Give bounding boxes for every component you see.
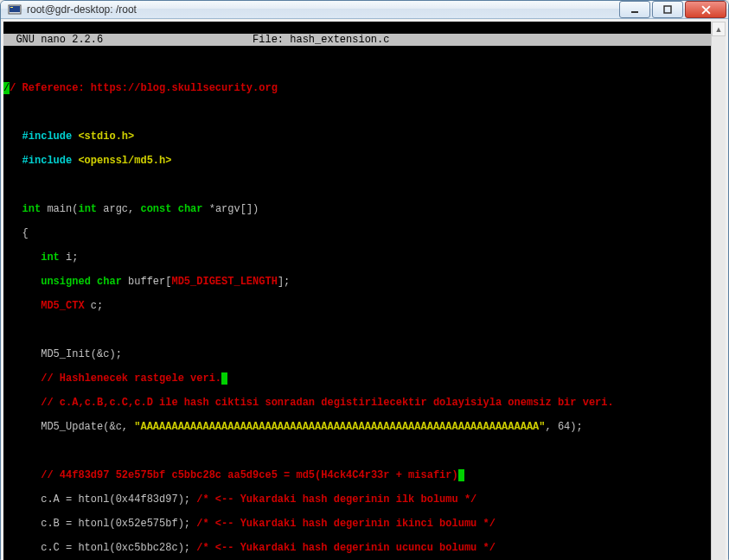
code-line: MD5_Init(&c); [3,348,711,360]
code-line: // Hashlenecek rastgele veri. [3,372,711,385]
code-line: #include <openssl/md5.h> [3,155,711,167]
titlebar[interactable]: root@gdr-desktop: /root [1,1,728,19]
blank [3,58,711,70]
minimize-button[interactable] [619,1,650,18]
blank [3,179,711,191]
putty-icon [8,3,22,16]
scroll-up-icon[interactable]: ▲ [712,22,726,36]
window-controls [617,1,726,18]
code-line: int i; [3,251,711,264]
code-line: #include <stdio.h> [3,130,711,143]
blank [3,324,711,336]
putty-window: root@gdr-desktop: /root GNU nano 2.2.6 F… [0,0,729,560]
svg-rect-4 [664,6,671,13]
code-line: // Reference: https://blog.skullsecurity… [3,82,711,94]
close-button[interactable] [685,1,726,18]
code-line: unsigned char buffer[MD5_DIGEST_LENGTH]; [3,276,711,288]
code-line: MD5_Update(&c, "AAAAAAAAAAAAAAAAAAAAAAAA… [3,421,711,433]
maximize-button[interactable] [652,1,683,18]
code-line: c.A = htonl(0x44f83d97); /* <-- Yukardak… [3,493,711,506]
code-line: { [3,227,711,239]
window-title: root@gdr-desktop: /root [27,3,617,16]
nano-header-line: GNU nano 2.2.6 File: hash_extension.c [3,34,711,46]
vertical-scrollbar[interactable]: ▲ ▼ [711,22,726,560]
code-line: c.C = htonl(0xc5bbc28c); /* <-- Yukardak… [3,542,711,554]
terminal[interactable]: GNU nano 2.2.6 File: hash_extension.c //… [3,22,711,560]
code-line: MD5_CTX c; [3,300,711,312]
scroll-track[interactable] [712,36,726,560]
blank [3,445,711,457]
code-line: // c.A,c.B,c.C,c.D ile hash ciktisi sonr… [3,397,711,409]
svg-rect-2 [10,7,13,8]
code-line: int main(int argc, const char *argv[]) [3,203,711,215]
code-line: // 44f83d97 52e575bf c5bbc28c aa5d9ce5 =… [3,469,711,481]
code-line: c.B = htonl(0x52e575bf); /* <-- Yukardak… [3,518,711,530]
blank [3,106,711,118]
client-area: GNU nano 2.2.6 File: hash_extension.c //… [1,19,728,560]
svg-rect-3 [631,11,638,13]
